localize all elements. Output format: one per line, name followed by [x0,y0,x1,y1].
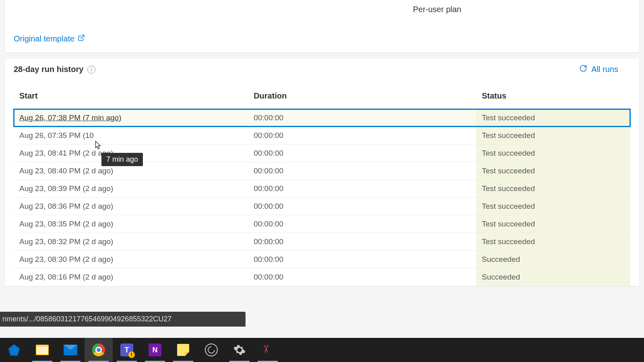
all-runs-text: All runs [591,65,618,74]
flow-details-card: Per-user plan Original template [5,0,639,52]
original-template-link[interactable]: Original template [14,34,85,43]
run-duration: 00:00:00 [248,180,476,197]
taskbar-chrome[interactable] [85,338,113,362]
teams-icon: T! [120,343,133,356]
taskbar-file-explorer[interactable] [28,338,56,362]
run-status: Test succeeded [476,197,630,215]
run-duration: 00:00:00 [248,197,476,215]
run-start-time[interactable]: Aug 23, 08:35 PM (2 d ago) [19,220,113,228]
gear-icon [232,343,247,357]
run-row[interactable]: Aug 23, 08:32 PM (2 d ago)00:00:00Test s… [14,233,630,251]
column-header-duration[interactable]: Duration [248,80,476,109]
run-duration: 00:00:00 [248,268,476,286]
run-history-table: Start Duration Status Aug 26, 07:38 PM (… [14,80,630,286]
taskbar-onenote[interactable]: N [141,338,169,362]
run-start-time[interactable]: Aug 23, 08:41 PM (2 d ago) [19,149,113,157]
original-template-text: Original template [14,34,74,43]
run-status: Test succeeded [476,162,630,180]
run-start-time[interactable]: Aug 26, 07:35 PM (10 [19,131,94,140]
column-header-start[interactable]: Start [14,80,248,109]
run-status: Test succeeded [476,127,630,144]
plan-label: Per-user plan [14,5,630,14]
run-duration: 00:00:00 [248,162,476,180]
run-status: Test succeeded [476,215,630,233]
svg-line-0 [81,35,84,38]
run-start-time[interactable]: Aug 23, 08:32 PM (2 d ago) [19,237,113,246]
run-row[interactable]: Aug 23, 08:30 PM (2 d ago)00:00:00Succee… [14,251,630,268]
info-icon[interactable]: i [87,66,95,74]
run-start-time[interactable]: Aug 23, 08:30 PM (2 d ago) [19,255,113,263]
run-status: Test succeeded [476,109,630,127]
taskbar-settings[interactable] [225,338,254,362]
all-runs-link[interactable]: All runs [579,64,630,74]
run-row[interactable]: Aug 23, 08:36 PM (2 d ago)00:00:00Test s… [14,197,630,215]
run-start-time[interactable]: Aug 23, 08:36 PM (2 d ago) [19,202,113,210]
browser-status-bar: nments/.../08586031217765469904926855322… [0,312,246,327]
run-duration: 00:00:00 [248,251,476,268]
taskbar-edge[interactable] [0,338,28,362]
run-status: Test succeeded [476,233,630,251]
refresh-icon [579,64,587,74]
run-start-time[interactable]: Aug 23, 08:40 PM (2 d ago) [19,167,113,175]
external-link-icon [78,34,85,43]
run-row[interactable]: Aug 23, 08:16 PM (2 d ago)00:00:00Succee… [14,268,630,286]
run-start-time[interactable]: Aug 23, 08:16 PM (2 d ago) [19,273,113,281]
taskbar-obs[interactable] [197,338,225,362]
run-duration: 00:00:00 [248,127,476,144]
taskbar-teams[interactable]: T! [113,338,141,362]
run-history-title: 28-day run history [14,65,83,74]
run-duration: 00:00:00 [248,233,476,251]
scissors-icon [261,343,274,356]
run-duration: 00:00:00 [248,144,476,162]
run-duration: 00:00:00 [248,109,476,127]
windows-taskbar: T! N [0,338,644,362]
edge-icon [8,344,20,356]
run-duration: 00:00:00 [248,215,476,233]
run-status: Test succeeded [476,180,630,197]
obs-icon [205,343,218,356]
taskbar-mail[interactable] [56,338,85,362]
warning-badge-icon: ! [128,352,135,358]
run-start-time[interactable]: Aug 26, 07:38 PM (7 min ago) [19,113,121,122]
column-header-status[interactable]: Status [476,80,630,109]
run-row[interactable]: Aug 26, 07:38 PM (7 min ago)00:00:00Test… [14,109,630,127]
run-row[interactable]: Aug 23, 08:35 PM (2 d ago)00:00:00Test s… [14,215,630,233]
onenote-icon: N [149,343,161,356]
run-status: Test succeeded [476,144,630,162]
taskbar-sticky-notes[interactable] [169,338,197,362]
run-start-time[interactable]: Aug 23, 08:39 PM (2 d ago) [19,184,113,193]
run-history-header: 28-day run history i All runs [5,59,639,80]
sticky-notes-icon [177,344,189,356]
run-status: Succeeded [476,251,630,268]
run-status: Succeeded [476,268,630,286]
taskbar-snipping-tool[interactable] [254,338,282,362]
run-row[interactable]: Aug 23, 08:39 PM (2 d ago)00:00:00Test s… [14,180,630,197]
chrome-icon [92,343,105,356]
run-history-card: 28-day run history i All runs Start [5,59,639,286]
mail-icon [64,345,77,355]
run-row[interactable]: Aug 26, 07:35 PM (1000:00:00Test succeed… [14,127,630,144]
hover-tooltip: 7 min ago [101,153,143,166]
folder-icon [36,345,49,355]
